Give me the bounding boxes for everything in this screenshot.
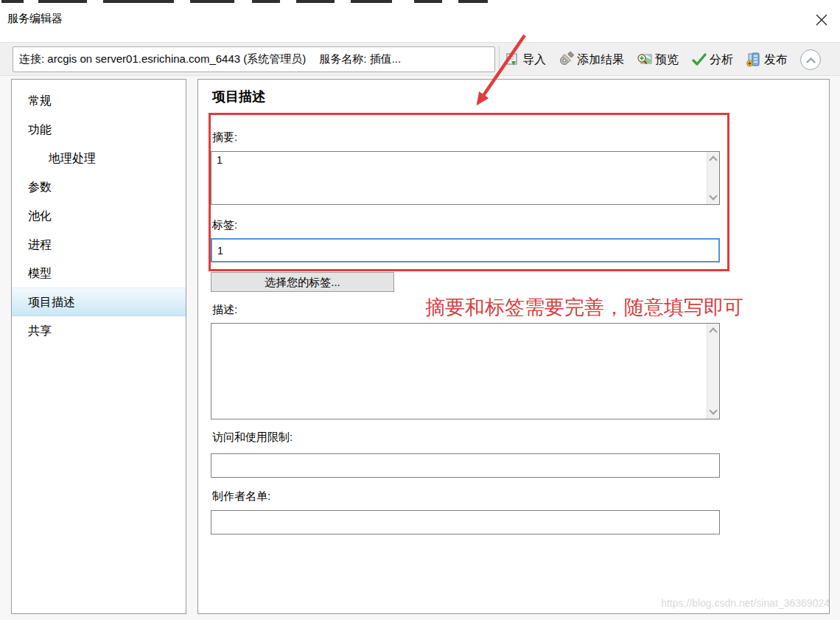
- analyze-button[interactable]: 分析: [691, 52, 733, 68]
- scroll-up-icon: [709, 327, 717, 335]
- import-label: 导入: [522, 52, 546, 68]
- chevron-up-icon: [806, 57, 816, 66]
- settings-nav-sidebar: 常规 功能 地理处理 参数 池化 进程 模型 项目描述 共享: [11, 79, 186, 614]
- preview-icon: [637, 52, 653, 68]
- collapse-toolbar-button[interactable]: [800, 49, 821, 70]
- description-scrollbar[interactable]: [707, 324, 719, 419]
- close-button[interactable]: [812, 10, 831, 29]
- watermark-url: https://blog.csdn.net/sinat_36369024: [661, 597, 830, 609]
- close-icon: [814, 13, 829, 27]
- item-description-panel: 项目描述 摘要: 1 标签: 选择您的标签... 描述: 访问和使用限制: 制作…: [197, 79, 830, 614]
- credits-label: 制作者名单:: [212, 490, 270, 504]
- add-result-label: 添加结果: [577, 52, 624, 68]
- summary-scrollbar[interactable]: [707, 152, 719, 204]
- import-icon: [504, 52, 520, 68]
- sidebar-item-capabilities[interactable]: 功能: [12, 115, 186, 144]
- scroll-up-icon: [709, 156, 717, 164]
- preview-label: 预览: [655, 52, 679, 68]
- tags-label: 标签:: [212, 218, 237, 232]
- connection-label: 连接: arcgis on server01.esrichina.com_644…: [19, 52, 306, 66]
- publish-icon: [746, 52, 762, 68]
- window-title: 服务编辑器: [7, 12, 63, 26]
- toolbar: 连接: arcgis on server01.esrichina.com_644…: [0, 42, 840, 76]
- import-button[interactable]: 导入: [504, 52, 546, 68]
- titlebar: 服务编辑器: [0, 3, 840, 37]
- preview-button[interactable]: 预览: [637, 52, 679, 68]
- sidebar-item-geoprocessing[interactable]: 地理处理: [12, 144, 186, 173]
- service-editor-dialog: 服务编辑器 连接: arcgis on server01.esrichina.c…: [0, 0, 840, 620]
- description-textarea[interactable]: [211, 323, 720, 419]
- toolbar-separator: [499, 46, 500, 74]
- toolbar-buttons: 导入 添加结果: [504, 43, 821, 77]
- add-result-button[interactable]: 添加结果: [559, 52, 624, 68]
- sidebar-item-pooling[interactable]: 池化: [12, 201, 186, 230]
- restrictions-label: 访问和使用限制:: [212, 431, 293, 445]
- sidebar-item-model[interactable]: 模型: [12, 259, 186, 288]
- publish-label: 发布: [764, 52, 788, 68]
- publish-button[interactable]: 发布: [746, 52, 788, 68]
- sidebar-item-processes[interactable]: 进程: [12, 230, 186, 259]
- credits-input[interactable]: [211, 510, 720, 534]
- summary-label: 摘要:: [212, 130, 237, 144]
- tags-input[interactable]: [211, 238, 720, 262]
- scroll-down-icon: [709, 406, 717, 414]
- sidebar-item-parameters[interactable]: 参数: [12, 173, 186, 201]
- choose-tags-button[interactable]: 选择您的标签...: [211, 272, 394, 292]
- scroll-down-icon: [709, 192, 717, 200]
- restrictions-input[interactable]: [211, 453, 720, 478]
- summary-textarea[interactable]: 1: [211, 151, 720, 205]
- sidebar-item-general[interactable]: 常规: [12, 86, 186, 115]
- analyze-label: 分析: [710, 52, 733, 68]
- add-result-icon: [559, 52, 575, 68]
- analyze-check-icon: [691, 52, 707, 68]
- service-name-label: 服务名称: 插值...: [319, 52, 401, 66]
- sidebar-item-item-description[interactable]: 项目描述: [12, 288, 186, 316]
- sidebar-item-sharing[interactable]: 共享: [12, 316, 186, 345]
- description-label: 描述:: [212, 303, 237, 317]
- connection-info: 连接: arcgis on server01.esrichina.com_644…: [13, 46, 495, 72]
- page-title: 项目描述: [212, 88, 265, 105]
